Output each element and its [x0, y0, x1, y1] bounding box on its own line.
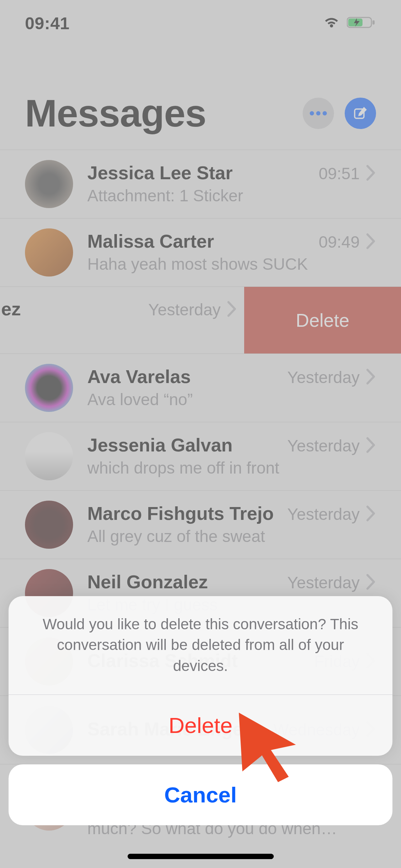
contact-name: Malissa Carter: [87, 231, 214, 252]
conversation-row-swiped[interactable]: Guterriez Yesterday hat Delete: [0, 286, 401, 353]
chevron-right-icon: [366, 165, 376, 182]
action-sheet: Would you like to delete this conversati…: [9, 596, 392, 825]
compose-icon: [353, 105, 368, 121]
chevron-right-icon: [366, 574, 376, 591]
contact-name: Ava Varelas: [87, 366, 191, 387]
message-preview: Attachment: 1 Sticker: [87, 186, 376, 206]
timestamp: Yesterday: [148, 300, 221, 319]
conversation-row[interactable]: Marco Fishguts Trejo Yesterday All grey …: [0, 490, 401, 559]
avatar: [25, 160, 73, 208]
swipe-delete-button[interactable]: Delete: [244, 287, 401, 353]
chevron-right-icon: [366, 233, 376, 251]
wifi-icon: [323, 15, 340, 31]
more-button[interactable]: [303, 98, 334, 129]
svg-point-3: [310, 111, 314, 115]
timestamp: 09:49: [319, 232, 360, 252]
timestamp: Yesterday: [287, 505, 360, 524]
header-actions: [303, 98, 376, 129]
status-icons: [323, 15, 376, 31]
status-bar: 09:41: [0, 0, 401, 46]
message-preview: All grey cuz of the sweat: [87, 526, 376, 547]
contact-name: Marco Fishguts Trejo: [87, 503, 274, 524]
avatar: [25, 432, 73, 480]
avatar: [25, 501, 73, 549]
message-preview: hat: [0, 322, 237, 342]
avatar: [25, 228, 73, 277]
battery-charging-icon: [347, 15, 376, 31]
sheet-message: Would you like to delete this conversati…: [9, 596, 392, 695]
message-preview: Haha yeah most shows SUCK: [87, 254, 376, 275]
conversation-row[interactable]: Ava Varelas Yesterday Ava loved “no”: [0, 353, 401, 422]
contact-name: Jessenia Galvan: [87, 434, 233, 456]
home-indicator[interactable]: [128, 854, 274, 859]
avatar: [25, 364, 73, 412]
conversation-row[interactable]: Jessica Lee Star 09:51 Attachment: 1 Sti…: [0, 150, 401, 218]
message-preview: Ava loved “no”: [87, 389, 376, 410]
header: Messages: [0, 91, 401, 150]
sheet-delete-button[interactable]: Delete: [9, 695, 392, 756]
contact-name: Jessica Lee Star: [87, 162, 233, 184]
contact-name: Guterriez: [0, 298, 21, 320]
page-title: Messages: [25, 91, 206, 135]
conversation-row[interactable]: Jessenia Galvan Yesterday which drops me…: [0, 422, 401, 490]
conversation-row[interactable]: Malissa Carter 09:49 Haha yeah most show…: [0, 218, 401, 286]
contact-name: Neil Gonzalez: [87, 571, 208, 593]
chevron-right-icon: [366, 505, 376, 523]
chevron-right-icon: [366, 368, 376, 386]
svg-rect-2: [372, 20, 375, 25]
timestamp: Yesterday: [287, 436, 360, 455]
ellipsis-icon: [309, 111, 328, 116]
timestamp: Yesterday: [287, 368, 360, 387]
sheet-cancel-button[interactable]: Cancel: [9, 764, 392, 825]
annotation-pointer-icon: [235, 709, 314, 789]
timestamp: Yesterday: [287, 573, 360, 592]
compose-button[interactable]: [345, 98, 376, 129]
timestamp: 09:51: [319, 164, 360, 183]
chevron-right-icon: [366, 437, 376, 455]
status-time: 09:41: [25, 14, 70, 33]
svg-point-5: [323, 111, 327, 115]
message-preview: which drops me off in front: [87, 458, 376, 479]
chevron-right-icon: [227, 301, 237, 319]
svg-point-4: [316, 111, 320, 115]
